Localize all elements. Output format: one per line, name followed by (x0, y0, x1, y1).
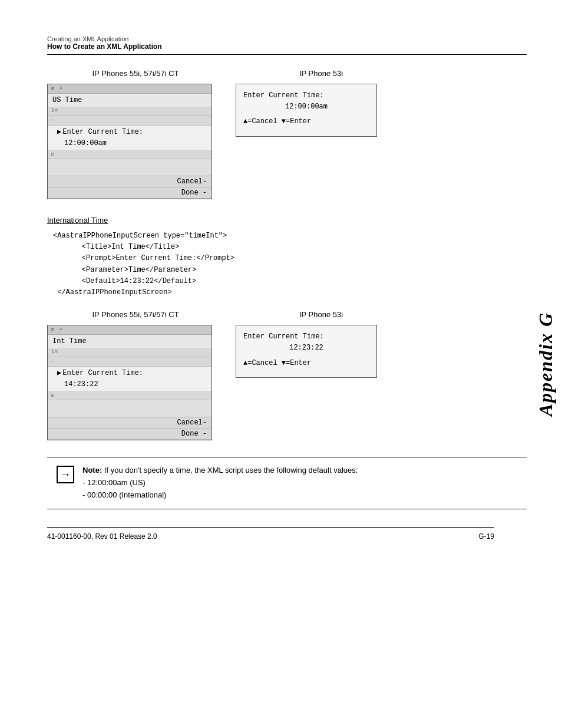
time-value1: 12:00:00am (48, 138, 211, 150)
note-item2: - 00:00:00 (International) (82, 490, 166, 499)
line-indicator3: ⊡ (51, 151, 54, 157)
line-row5: — (48, 357, 211, 367)
code-line-0: <AastraIPPhoneInputScreen type="timeInt"… (53, 230, 527, 242)
section1-left-screen: ⊞ ≡ US Time 1≡ — ▶ Enter Current Time: 1… (47, 84, 212, 199)
section2-label-left: IP Phones 55i, 57i/57i CT (47, 310, 224, 319)
footer-wrapper: 41-001160-00, Rev 01 Release 2.0 G-19 (47, 527, 494, 541)
page-footer: 41-001160-00, Rev 01 Release 2.0 G-19 (47, 532, 494, 541)
status-icon1: ⊞ (51, 85, 54, 92)
nav-text2: ▲=Cancel ▼=Enter (243, 359, 311, 367)
section2-screenshots: ⊞ ≡ Int Time 1≡ — ▶ Enter Current Time: … (47, 325, 527, 440)
note-label: Note: (82, 466, 102, 475)
softkey-done: Done - (48, 187, 211, 199)
appendix-label: Appendix G (535, 312, 557, 416)
line-row4: 1≡ (48, 348, 211, 357)
status-row: ⊞ ≡ (48, 84, 211, 94)
softkey-done2: Done - (48, 429, 211, 440)
section2-right-screen: Enter Current Time: 12:23:22 ▲=Cancel ▼=… (236, 325, 377, 378)
breadcrumb-line1: Creating an XML Application (47, 35, 527, 42)
code-line-2: <Prompt>Enter Current Time:</Prompt> (53, 253, 527, 264)
code-line-5: </AastraIPPhoneInputScreen> (53, 287, 527, 298)
code-line-1: <Title>Int Time</Title> (53, 242, 527, 253)
content-row1: ▶ Enter Current Time: (48, 126, 211, 138)
enter-time-text: Enter Current Time: (62, 128, 143, 136)
section1-label-left: IP Phones 55i, 57i/57i CT (47, 69, 224, 78)
int-time-section: IP Phones 55i, 57i/57i CT IP Phone 53i ⊞… (47, 310, 527, 440)
right-nav1: ▲=Cancel ▼=Enter (243, 117, 369, 126)
footer-left: 41-001160-00, Rev 01 Release 2.0 (47, 532, 157, 541)
code-line-3: <Parameter>Time</Parameter> (53, 265, 527, 276)
footer-rule (47, 527, 494, 528)
arrow-icon2: ▶ (57, 368, 61, 377)
page-wrapper: Appendix G Creating an XML Application H… (0, 0, 562, 728)
status-icon3: ⊞ (51, 327, 54, 333)
section1-label-right: IP Phone 53i (247, 69, 395, 78)
softkey-cancel: Cancel- (48, 176, 211, 187)
breadcrumb-line2: How to Create an XML Application (47, 42, 527, 51)
breadcrumb: Creating an XML Application How to Creat… (47, 35, 527, 51)
status-icon4: ≡ (59, 327, 62, 333)
note-item1: - 12:00:00am (US) (82, 478, 146, 487)
line-row6: ⊡ (48, 391, 211, 400)
int-time-title: Int Time (52, 337, 87, 345)
softkey-area: Cancel- Done - (48, 176, 211, 199)
code-line-4: <Default>14:23:22</Default> (53, 276, 527, 287)
right-line4: 12:23:22 (243, 342, 369, 354)
section1-right-screen: Enter Current Time: 12:00:00am ▲=Cancel … (236, 84, 377, 137)
section2-left-screen: ⊞ ≡ Int Time 1≡ — ▶ Enter Current Time: … (47, 325, 212, 440)
status-icon2: ≡ (59, 85, 62, 92)
section1-screenshots: ⊞ ≡ US Time 1≡ — ▶ Enter Current Time: 1… (47, 84, 527, 199)
right-line3: Enter Current Time: (243, 331, 369, 342)
footer-right: G-19 (478, 532, 494, 541)
nav-text1: ▲=Cancel ▼=Enter (243, 117, 311, 126)
line-indicator6: ⊡ (51, 392, 54, 398)
left-title-row: US Time (48, 94, 211, 107)
enter-time-text2: Enter Current Time: (62, 369, 143, 377)
status-row2: ⊞ ≡ (48, 325, 211, 335)
code-block: <AastraIPPhoneInputScreen type="timeInt"… (47, 230, 527, 298)
note-arrow-icon: → (57, 466, 74, 483)
us-time-section: IP Phones 55i, 57i/57i CT IP Phone 53i ⊞… (47, 69, 527, 199)
left-title-row2: Int Time (48, 335, 211, 348)
right-display2: Enter Current Time: 12:23:22 (243, 331, 369, 354)
note-text: Note: If you don't specify a time, the X… (82, 465, 358, 501)
line-indicator: 1≡ (51, 108, 58, 114)
int-time-heading: International Time (47, 216, 527, 225)
blank-area (48, 159, 211, 176)
section2-titles: IP Phones 55i, 57i/57i CT IP Phone 53i (47, 310, 527, 319)
arrow-icon: ▶ (57, 127, 61, 136)
section2-label-right: IP Phone 53i (247, 310, 395, 319)
us-time-title: US Time (52, 96, 82, 104)
line-indicator4: 1≡ (51, 349, 58, 355)
line-indicator5: — (51, 358, 54, 365)
appendix-sidebar: Appendix G (530, 0, 562, 728)
header-rule (47, 54, 527, 55)
line-indicator2: — (51, 117, 54, 124)
line-row1: 1≡ (48, 107, 211, 116)
right-line2: 12:00:00am (243, 101, 369, 113)
time-value2: 14:23:22 (48, 379, 211, 391)
softkey-cancel2: Cancel- (48, 417, 211, 429)
blank-area2 (48, 400, 211, 417)
right-nav2: ▲=Cancel ▼=Enter (243, 359, 369, 367)
line-row3: ⊡ (48, 150, 211, 159)
right-display1: Enter Current Time: 12:00:00am (243, 90, 369, 113)
right-line1: Enter Current Time: (243, 90, 369, 101)
section1-titles: IP Phones 55i, 57i/57i CT IP Phone 53i (47, 69, 527, 78)
softkey-area2: Cancel- Done - (48, 417, 211, 440)
line-row2: — (48, 116, 211, 126)
note-body: If you don't specify a time, the XML scr… (104, 466, 358, 475)
note-box: → Note: If you don't specify a time, the… (47, 457, 527, 509)
content-row2: ▶ Enter Current Time: (48, 367, 211, 379)
